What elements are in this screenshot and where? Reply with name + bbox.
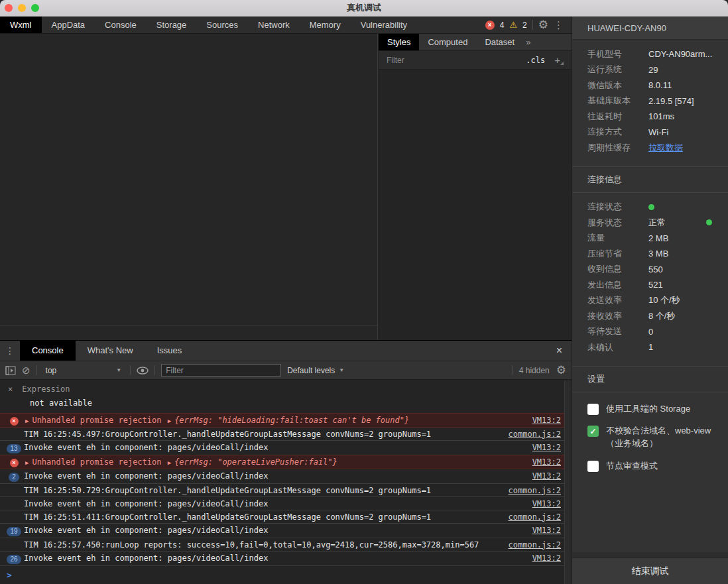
devtools-tab-vulnerability[interactable]: Vulnerability bbox=[351, 17, 417, 33]
source-link[interactable]: VM13:2 bbox=[532, 457, 561, 467]
message-text: Invoke event eh in component: pages/vide… bbox=[24, 499, 524, 508]
title-bar: 真机调试 bbox=[0, 0, 728, 17]
expand-arrow-icon[interactable]: ▶ bbox=[25, 459, 29, 466]
message-gutter: × bbox=[4, 416, 24, 426]
device-info-row: 流量2 MB bbox=[572, 231, 728, 247]
source-link[interactable]: VM13:2 bbox=[532, 443, 561, 452]
live-expression-eye-icon[interactable] bbox=[137, 367, 149, 375]
checkbox[interactable] bbox=[587, 461, 599, 472]
styles-tab-dataset[interactable]: Dataset bbox=[476, 34, 523, 50]
device-name: HUAWEI-CDY-AN90 bbox=[572, 17, 728, 40]
row-value: 1 bbox=[648, 342, 653, 352]
styles-filter-input[interactable] bbox=[387, 56, 526, 65]
device-info-panel: HUAWEI-CDY-AN90 手机型号CDY-AN90arm...运行系统29… bbox=[572, 17, 728, 584]
console-drawer: ⋮ ConsoleWhat's NewIssues × ⊘ top ▼ bbox=[0, 340, 572, 584]
devtools-tab-memory[interactable]: Memory bbox=[300, 17, 351, 33]
source-link[interactable]: VM13:2 bbox=[532, 526, 561, 535]
console-log-row: TIM 16:25:50.729:GroupController._handle… bbox=[0, 484, 572, 497]
minimize-window-button[interactable] bbox=[18, 4, 26, 12]
styles-tab-computed[interactable]: Computed bbox=[419, 34, 476, 50]
console-filter-input[interactable] bbox=[161, 364, 281, 377]
source-link[interactable]: VM13:2 bbox=[532, 416, 561, 425]
row-value: 3 MB bbox=[648, 249, 668, 259]
warning-icon[interactable]: ⚠ bbox=[509, 21, 517, 30]
expand-arrow-icon[interactable]: ▶ bbox=[168, 459, 171, 466]
console-settings-gear-icon[interactable]: ⚙ bbox=[556, 365, 566, 376]
expand-arrow-icon[interactable]: ▶ bbox=[168, 418, 171, 424]
drawer-menu-icon[interactable]: ⋮ bbox=[0, 341, 20, 361]
console-scrollbar[interactable] bbox=[564, 380, 572, 584]
devtools-tab-console[interactable]: Console bbox=[95, 17, 147, 33]
source-link[interactable]: VM13:2 bbox=[532, 554, 561, 563]
row-label: 往返耗时 bbox=[587, 111, 648, 123]
expand-arrow-icon[interactable]: ▶ bbox=[25, 418, 29, 424]
devtools-tab-storage[interactable]: Storage bbox=[147, 17, 197, 33]
drawer-tab-issues[interactable]: Issues bbox=[145, 341, 194, 361]
drawer-tabbar: ⋮ ConsoleWhat's NewIssues × bbox=[0, 341, 572, 361]
console-prompt[interactable]: > bbox=[0, 566, 572, 580]
close-window-button[interactable] bbox=[5, 4, 13, 12]
context-selector[interactable]: top ▼ bbox=[43, 366, 125, 375]
error-icon: × bbox=[10, 459, 19, 467]
devtools-tab-network[interactable]: Network bbox=[248, 17, 300, 33]
log-levels-selector[interactable]: Default levels ▼ bbox=[287, 366, 344, 375]
console-log-row: TIM 16:25:51.411:GroupController._handle… bbox=[0, 510, 572, 524]
devtools-tabs: WxmlAppDataConsoleStorageSourcesNetworkM… bbox=[0, 17, 417, 33]
row-label: 运行系统 bbox=[587, 64, 648, 76]
end-debug-button[interactable]: 结束调试 bbox=[572, 557, 728, 584]
close-drawer-icon[interactable]: × bbox=[547, 345, 572, 357]
source-link[interactable]: common.js:2 bbox=[509, 486, 561, 495]
message-text: ▶Unhandled promise rejection ▶{errMsg: "… bbox=[24, 457, 524, 467]
error-icon[interactable]: × bbox=[485, 21, 495, 30]
source-link[interactable]: common.js:2 bbox=[509, 540, 561, 550]
row-label: 等待发送 bbox=[587, 325, 648, 337]
device-info-row: 等待发送0 bbox=[572, 324, 728, 340]
message-text: Invoke event eh in component: pages/vide… bbox=[24, 554, 524, 563]
remove-expression-icon[interactable]: × bbox=[8, 384, 13, 394]
source-link[interactable]: common.js:2 bbox=[509, 512, 561, 522]
console-log-row: TIM 16:25:45.497:GroupController._handle… bbox=[0, 428, 572, 441]
device-info-row: 发出信息521 bbox=[572, 277, 728, 293]
source-link[interactable]: common.js:2 bbox=[509, 430, 561, 439]
new-style-rule-button[interactable]: + bbox=[554, 54, 564, 66]
console-log-row: 26Invoke event eh in component: pages/vi… bbox=[0, 552, 572, 566]
main-area: StylesComputedDataset » .cls + bbox=[0, 34, 572, 340]
checkbox[interactable]: ✓ bbox=[587, 426, 599, 437]
wxml-breadcrumb-bar bbox=[0, 325, 377, 340]
row-label: 压缩节省 bbox=[587, 248, 648, 260]
drawer-tab-console[interactable]: Console bbox=[20, 341, 76, 361]
kebab-menu-icon[interactable]: ⋮ bbox=[554, 20, 564, 30]
row-value: 8.0.11 bbox=[648, 80, 672, 90]
more-tabs-icon[interactable]: » bbox=[526, 34, 530, 50]
divider bbox=[130, 365, 131, 375]
tabbar-status: × 4 ⚠ 2 ⚙ ⋮ bbox=[485, 17, 572, 33]
row-value: 8 个/秒 bbox=[648, 310, 675, 322]
settings-gear-icon[interactable]: ⚙ bbox=[538, 20, 548, 30]
row-value: 0 bbox=[648, 327, 653, 337]
drawer-tab-what-s-new[interactable]: What's New bbox=[76, 341, 145, 361]
checkbox-label: 不校验合法域名、web-view（业务域名） bbox=[606, 425, 717, 450]
setting-row: ✓不校验合法域名、web-view（业务域名） bbox=[587, 425, 717, 450]
device-info-row: 未确认1 bbox=[572, 339, 728, 355]
message-gutter: 26 bbox=[4, 554, 24, 564]
checkbox[interactable] bbox=[587, 404, 599, 415]
clear-console-icon[interactable]: ⊘ bbox=[22, 365, 30, 377]
wxml-tree-panel[interactable] bbox=[0, 34, 378, 340]
devtools-tab-wxml[interactable]: Wxml bbox=[0, 17, 42, 33]
fetch-data-link[interactable]: 拉取数据 bbox=[648, 142, 683, 154]
devtools-tab-sources[interactable]: Sources bbox=[196, 17, 248, 33]
styles-tab-styles[interactable]: Styles bbox=[379, 34, 419, 50]
levels-label: Default levels bbox=[287, 366, 335, 375]
row-label: 未确认 bbox=[587, 341, 648, 353]
devtools-tab-appdata[interactable]: AppData bbox=[42, 17, 95, 33]
source-link[interactable]: VM13:2 bbox=[532, 499, 561, 508]
live-expression-row[interactable]: × Expression not available bbox=[0, 380, 572, 414]
row-value: 550 bbox=[648, 264, 663, 274]
connection-section-title: 连接信息 bbox=[572, 166, 728, 193]
styles-panel: StylesComputedDataset » .cls + bbox=[379, 34, 572, 340]
show-console-sidebar-icon[interactable] bbox=[5, 366, 16, 375]
source-link[interactable]: VM13:2 bbox=[532, 471, 561, 481]
toggle-class-button[interactable]: .cls bbox=[526, 56, 545, 65]
zoom-window-button[interactable] bbox=[31, 4, 39, 12]
row-label: 发出信息 bbox=[587, 279, 648, 291]
